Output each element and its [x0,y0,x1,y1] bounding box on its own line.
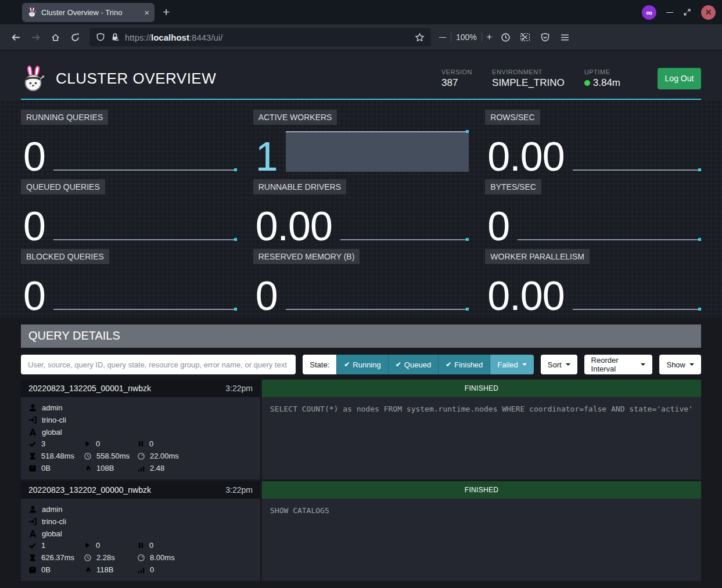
environment-info: ENVIRONMENT SIMPLE_TRINO [492,68,565,89]
zoom-level[interactable]: 100% [456,33,477,42]
pocket-icon [540,33,550,42]
stat-card-blocked-queries: BLOCKED QUERIES 0 [21,249,237,311]
back-icon [11,33,21,42]
queued-splits-icon [137,542,145,549]
total-time: 2.28s [96,553,115,562]
total-time-icon [84,452,92,460]
sparkline [286,264,469,311]
back-button[interactable] [7,28,24,46]
query-id-link[interactable]: 20220823_132205_00001_nwbzk [28,384,151,393]
stat-label: ACTIVE WORKERS [253,110,337,125]
shield-icon[interactable] [96,33,105,42]
hamburger-icon [560,33,570,42]
cumulative-memory: 108B [96,464,114,472]
sparkline-dot [698,238,701,241]
zoom-out-button[interactable]: — [439,33,446,41]
menu-button[interactable] [556,28,573,46]
queued-splits: 0 [149,439,153,448]
queued-splits: 0 [149,541,153,550]
trino-logo[interactable] [21,65,45,92]
source-icon [28,416,37,424]
url-text[interactable]: https://localhost:8443/ui/ [125,33,410,42]
forward-button[interactable] [27,28,44,46]
screenshot-button[interactable] [516,28,534,46]
sparkline-dot [234,308,237,311]
pocket-button[interactable] [536,28,554,46]
stat-label: QUEUED QUERIES [21,179,105,194]
filter-running-toggle[interactable]: ✔Running [336,355,388,374]
divider [482,33,482,42]
sparkline-dot [234,238,237,241]
sparkline [340,194,469,241]
bookmark-star-icon[interactable] [415,33,425,42]
stat-card-active-workers: ACTIVE WORKERS 1 [253,110,469,172]
stat-label: RUNNING QUERIES [21,110,108,125]
query-filter-bar: State: ✔Running ✔Queued ✔Finished Failed… [21,355,701,374]
query-status-badge: FINISHED [262,380,701,397]
total-time: 558.50ms [96,452,130,460]
uptime-info: UPTIME 3.84m [584,68,620,89]
stat-card-rows-sec: ROWS/SEC 0.00 [485,110,701,172]
new-tab-button[interactable]: + [163,5,170,19]
logout-button[interactable]: Log Out [658,68,701,89]
trino-cluster-overview-page: CLUSTER OVERVIEW VERSION 387 ENVIRONMENT… [0,50,722,588]
sort-dropdown[interactable]: Sort [541,355,577,374]
query-time: 3:22pm [225,384,253,393]
zoom-controls: — 100% + [439,32,492,42]
query-info-panel: admin trino-cli global 3 0 0 518.48ms 55… [21,397,260,479]
restore-icon [683,8,691,16]
reorder-interval-dropdown[interactable]: Reorder Interval [584,355,653,374]
cluster-stats-section: RUNNING QUERIES 0 ACTIVE WORKERS 1 ROWS/… [0,100,722,318]
filter-queued-toggle[interactable]: ✔Queued [388,355,438,374]
source-icon [28,517,37,526]
restore-button[interactable] [683,8,691,16]
close-button[interactable]: ✕ [701,5,716,20]
active-workers-link[interactable]: 1 [256,136,278,177]
stat-label: ROWS/SEC [485,110,540,125]
reload-button[interactable] [66,28,84,46]
browser-window: Cluster Overview - Trino × + ∞ — ✕ https… [0,0,722,588]
parallelism-icon [137,464,145,472]
completed-splits: 3 [41,439,45,448]
stat-value: 0 [23,276,45,316]
completed-splits-icon [28,440,37,448]
stat-card-worker-parallelism: WORKER PARALLELISM 0.00 [485,249,701,311]
query-id-bar: 20220823_132202_00000_nwbzk 3:22pm [21,481,260,499]
history-button[interactable] [497,28,514,46]
chevron-down-icon [522,363,527,366]
query-id-bar: 20220823_132205_00001_nwbzk 3:22pm [21,380,260,397]
running-splits-icon [84,440,91,448]
uptime-value: 3.84m [593,77,620,89]
wall-time: 626.37ms [41,553,74,562]
sparkline-dot [466,130,469,133]
stat-value: 0 [23,136,45,177]
wall-time: 518.48ms [41,452,74,460]
minimize-button[interactable]: — [666,8,673,16]
query-id-link[interactable]: 20220823_132202_00000_nwbzk [28,485,151,495]
filter-finished-toggle[interactable]: ✔Finished [438,355,490,374]
check-icon: ✔ [344,360,350,369]
show-dropdown[interactable]: Show [659,355,701,374]
query-details-title: QUERY DETAILS [21,324,701,348]
stat-value: 0 [256,276,278,316]
lock-warning-icon[interactable] [110,33,120,42]
stat-label: BLOCKED QUERIES [21,249,109,264]
home-button[interactable] [46,28,64,46]
browser-tab[interactable]: Cluster Overview - Trino × [22,3,155,22]
sparkline-dot [698,308,701,311]
query-sql-text: SELECT COUNT(*) as nodes FROM system.run… [262,397,701,479]
query-sql-text: SHOW CATALOGS [262,499,701,581]
url-bar[interactable]: https://localhost:8443/ui/ [89,28,431,46]
query-search-input[interactable] [21,355,296,374]
filter-failed-dropdown[interactable]: Failed [490,355,533,374]
tab-bar: Cluster Overview - Trino × + ∞ — ✕ [0,0,722,24]
total-time-icon [84,554,92,562]
running-splits: 0 [96,439,100,448]
stat-value: 0.00 [487,136,564,177]
zoom-in-button[interactable]: + [487,32,492,42]
query-status-badge: FINISHED [262,481,701,499]
browser-toolbar: https://localhost:8443/ui/ — 100% + [0,24,722,50]
tab-close-icon[interactable]: × [144,8,149,17]
stat-value: 0.00 [256,206,332,247]
private-browsing-icon: ∞ [642,5,656,20]
